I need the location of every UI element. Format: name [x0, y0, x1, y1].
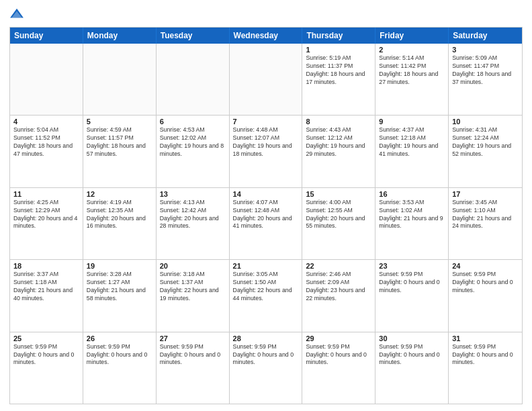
day-info: Sunset: 9:59 PM Daylight: 0 hours and 0 … [233, 343, 299, 367]
day-number: 9 [379, 118, 445, 126]
day-number: 13 [160, 190, 226, 198]
day-number: 8 [306, 118, 371, 126]
header-day: Thursday [302, 28, 375, 44]
day-info: Sunset: 9:59 PM Daylight: 0 hours and 0 … [452, 343, 519, 367]
calendar-body: 1Sunrise: 5:19 AM Sunset: 11:37 PM Dayli… [10, 44, 522, 404]
day-number: 15 [306, 190, 371, 198]
calendar-cell: 24Sunset: 9:59 PM Daylight: 0 hours and … [449, 260, 522, 331]
day-info: Sunrise: 4:53 AM Sunset: 12:02 AM Daylig… [160, 126, 226, 158]
calendar-cell: 22Sunrise: 2:46 AM Sunset: 2:09 AM Dayli… [302, 260, 375, 331]
day-number: 25 [13, 334, 79, 342]
calendar-cell: 26Sunset: 9:59 PM Daylight: 0 hours and … [83, 332, 157, 404]
day-info: Sunrise: 5:04 AM Sunset: 11:52 PM Daylig… [13, 126, 79, 158]
calendar-cell: 4Sunrise: 5:04 AM Sunset: 11:52 PM Dayli… [10, 116, 83, 187]
day-number: 18 [13, 262, 79, 270]
page: SundayMondayTuesdayWednesdayThursdayFrid… [0, 0, 532, 411]
day-number: 28 [233, 334, 299, 342]
day-info: Sunrise: 4:59 AM Sunset: 11:57 PM Daylig… [87, 126, 152, 158]
calendar-cell: 18Sunrise: 3:37 AM Sunset: 1:18 AM Dayli… [10, 260, 83, 331]
calendar-cell: 6Sunrise: 4:53 AM Sunset: 12:02 AM Dayli… [157, 116, 230, 187]
day-info: Sunrise: 5:19 AM Sunset: 11:37 PM Daylig… [306, 54, 371, 87]
logo [9, 7, 27, 21]
day-number: 14 [233, 190, 299, 198]
calendar-cell [10, 44, 83, 115]
day-info: Sunrise: 4:19 AM Sunset: 12:35 AM Daylig… [87, 199, 152, 231]
day-number: 11 [13, 190, 79, 198]
day-info: Sunset: 9:59 PM Daylight: 0 hours and 0 … [452, 271, 519, 295]
logo-icon [9, 7, 24, 21]
header-day: Friday [375, 28, 449, 44]
day-info: Sunrise: 4:13 AM Sunset: 12:42 AM Daylig… [160, 199, 226, 231]
calendar-cell: 3Sunrise: 5:09 AM Sunset: 11:47 PM Dayli… [449, 44, 522, 115]
day-number: 3 [452, 46, 519, 54]
calendar-cell: 2Sunrise: 5:14 AM Sunset: 11:42 PM Dayli… [375, 44, 449, 115]
day-info: Sunset: 9:59 PM Daylight: 0 hours and 0 … [87, 343, 152, 367]
calendar-cell: 12Sunrise: 4:19 AM Sunset: 12:35 AM Dayl… [83, 188, 157, 259]
calendar-cell: 8Sunrise: 4:43 AM Sunset: 12:12 AM Dayli… [302, 116, 375, 187]
calendar-cell [230, 44, 303, 115]
calendar-cell: 23Sunset: 9:59 PM Daylight: 0 hours and … [375, 260, 449, 331]
calendar-cell: 13Sunrise: 4:13 AM Sunset: 12:42 AM Dayl… [157, 188, 230, 259]
calendar-cell: 25Sunset: 9:59 PM Daylight: 0 hours and … [10, 332, 83, 404]
calendar-row: 1Sunrise: 5:19 AM Sunset: 11:37 PM Dayli… [10, 44, 522, 115]
day-info: Sunrise: 4:07 AM Sunset: 12:48 AM Daylig… [233, 199, 299, 231]
day-number: 5 [87, 118, 152, 126]
day-number: 31 [452, 334, 519, 342]
calendar-cell: 5Sunrise: 4:59 AM Sunset: 11:57 PM Dayli… [83, 116, 157, 187]
day-info: Sunrise: 4:43 AM Sunset: 12:12 AM Daylig… [306, 126, 371, 158]
day-info: Sunset: 9:59 PM Daylight: 0 hours and 0 … [160, 343, 226, 367]
calendar-row: 18Sunrise: 3:37 AM Sunset: 1:18 AM Dayli… [10, 259, 522, 331]
day-info: Sunrise: 3:37 AM Sunset: 1:18 AM Dayligh… [13, 271, 79, 303]
day-number: 10 [452, 118, 519, 126]
day-number: 27 [160, 334, 226, 342]
header-day: Tuesday [157, 28, 230, 44]
day-info: Sunrise: 4:37 AM Sunset: 12:18 AM Daylig… [379, 126, 445, 158]
day-number: 2 [379, 46, 445, 54]
calendar-cell [157, 44, 230, 115]
day-info: Sunrise: 5:09 AM Sunset: 11:47 PM Daylig… [452, 54, 519, 87]
calendar-cell: 21Sunrise: 3:05 AM Sunset: 1:50 AM Dayli… [230, 260, 303, 331]
calendar-row: 11Sunrise: 4:25 AM Sunset: 12:29 AM Dayl… [10, 187, 522, 259]
calendar-cell [83, 44, 157, 115]
header-day: Saturday [449, 28, 522, 44]
day-number: 6 [160, 118, 226, 126]
calendar-cell: 15Sunrise: 4:00 AM Sunset: 12:55 AM Dayl… [302, 188, 375, 259]
header-day: Monday [83, 28, 157, 44]
day-number: 30 [379, 334, 445, 342]
day-number: 20 [160, 262, 226, 270]
calendar-cell: 14Sunrise: 4:07 AM Sunset: 12:48 AM Dayl… [230, 188, 303, 259]
calendar-cell: 9Sunrise: 4:37 AM Sunset: 12:18 AM Dayli… [375, 116, 449, 187]
calendar-cell: 27Sunset: 9:59 PM Daylight: 0 hours and … [157, 332, 230, 404]
calendar-cell: 20Sunrise: 3:18 AM Sunset: 1:37 AM Dayli… [157, 260, 230, 331]
day-info: Sunset: 9:59 PM Daylight: 0 hours and 0 … [379, 343, 445, 367]
day-number: 21 [233, 262, 299, 270]
day-number: 29 [306, 334, 371, 342]
calendar-cell: 7Sunrise: 4:48 AM Sunset: 12:07 AM Dayli… [230, 116, 303, 187]
day-number: 24 [452, 262, 519, 270]
day-number: 4 [13, 118, 79, 126]
day-info: Sunrise: 4:48 AM Sunset: 12:07 AM Daylig… [233, 126, 299, 158]
header-day: Wednesday [230, 28, 303, 44]
calendar-cell: 10Sunrise: 4:31 AM Sunset: 12:24 AM Dayl… [449, 116, 522, 187]
day-info: Sunset: 9:59 PM Daylight: 0 hours and 0 … [379, 271, 445, 295]
calendar-cell: 17Sunrise: 3:45 AM Sunset: 1:10 AM Dayli… [449, 188, 522, 259]
day-info: Sunrise: 4:00 AM Sunset: 12:55 AM Daylig… [306, 199, 371, 231]
day-number: 12 [87, 190, 152, 198]
day-info: Sunrise: 3:45 AM Sunset: 1:10 AM Dayligh… [452, 199, 519, 231]
day-number: 16 [379, 190, 445, 198]
day-info: Sunrise: 2:46 AM Sunset: 2:09 AM Dayligh… [306, 271, 371, 303]
day-info: Sunrise: 4:25 AM Sunset: 12:29 AM Daylig… [13, 199, 79, 231]
calendar-cell: 29Sunset: 9:59 PM Daylight: 0 hours and … [302, 332, 375, 404]
day-number: 26 [87, 334, 152, 342]
day-info: Sunrise: 4:31 AM Sunset: 12:24 AM Daylig… [452, 126, 519, 158]
calendar-cell: 16Sunrise: 3:53 AM Sunset: 1:02 AM Dayli… [375, 188, 449, 259]
day-info: Sunrise: 3:05 AM Sunset: 1:50 AM Dayligh… [233, 271, 299, 303]
calendar-row: 4Sunrise: 5:04 AM Sunset: 11:52 PM Dayli… [10, 115, 522, 187]
calendar-row: 25Sunset: 9:59 PM Daylight: 0 hours and … [10, 332, 522, 404]
calendar-cell: 1Sunrise: 5:19 AM Sunset: 11:37 PM Dayli… [302, 44, 375, 115]
day-info: Sunrise: 3:53 AM Sunset: 1:02 AM Dayligh… [379, 199, 445, 231]
calendar: SundayMondayTuesdayWednesdayThursdayFrid… [9, 27, 523, 404]
day-number: 17 [452, 190, 519, 198]
day-number: 19 [87, 262, 152, 270]
day-number: 23 [379, 262, 445, 270]
